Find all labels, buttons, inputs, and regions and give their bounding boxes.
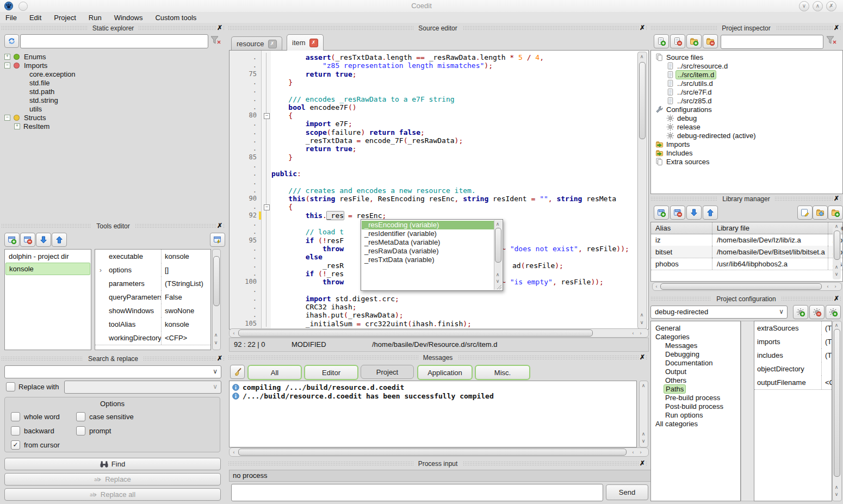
tool-list-item-konsole[interactable]: konsole: [5, 263, 90, 275]
tool-add-button[interactable]: [4, 233, 20, 247]
menu-item-project[interactable]: Project: [54, 14, 76, 22]
inspector-item--src-utils-d[interactable]: ../src/utils.d: [666, 79, 713, 88]
expander-plus-icon[interactable]: +: [14, 123, 20, 129]
checkbox-backward[interactable]: [11, 426, 20, 435]
editor-tab-resource[interactable]: resource✗: [231, 36, 282, 51]
messages-close-icon[interactable]: ✗: [639, 353, 646, 362]
inspector-item-debug-redirected-active-[interactable]: debug-redirected (active): [666, 131, 756, 140]
config-remove-button[interactable]: [809, 305, 825, 319]
inspector-item-extra-sources[interactable]: Extra sources: [655, 157, 709, 166]
add-folder-button[interactable]: [686, 34, 702, 48]
checkbox-whole-word[interactable]: [11, 412, 20, 421]
static-explorer-search-input[interactable]: [20, 34, 208, 48]
code-line[interactable]: assert(_resTxtData.length == _resRawData…: [271, 53, 544, 61]
property-row-extraSources[interactable]: extraSources(TStringList): [754, 321, 832, 335]
fold-collapse-icon[interactable]: −: [264, 204, 270, 210]
code-line[interactable]: _resRad(resFile);: [271, 262, 344, 270]
fold-collapse-icon[interactable]: −: [264, 113, 270, 119]
clear-messages-button[interactable]: [230, 365, 245, 379]
move-down-button[interactable]: [36, 233, 51, 247]
config-category-general[interactable]: General: [655, 323, 680, 332]
library-column-alias[interactable]: Alias: [651, 222, 712, 234]
tree-item-enums[interactable]: +Enums: [4, 52, 46, 61]
code-line[interactable]: bool encodee7F(): [271, 103, 357, 111]
configuration-selector[interactable]: debug-redirected ∨: [650, 306, 788, 319]
expander-minus-icon[interactable]: −: [4, 63, 10, 69]
inspector-item-debug[interactable]: debug: [666, 114, 697, 122]
code-line[interactable]: _initialSum = crc322uint(ihash.finish);: [271, 320, 472, 328]
messages-filter-application[interactable]: Application: [417, 365, 473, 380]
tree-item-std-string[interactable]: std.string: [29, 96, 58, 104]
config-category-categories[interactable]: Categories: [655, 332, 690, 341]
library-row-bitset[interactable]: bitset/home/basile/Dev/Bitset/lib/bitset…: [651, 246, 842, 258]
library-from-project-button[interactable]: [813, 206, 828, 220]
source-editor-close-icon[interactable]: ✗: [639, 24, 646, 32]
code-line[interactable]: }: [271, 78, 293, 86]
messages-filter-misc[interactable]: Misc.: [475, 365, 530, 380]
property-row-executable[interactable]: executablekonsole: [95, 250, 210, 264]
library-manager-close-icon[interactable]: ✗: [833, 195, 840, 203]
inspector-item--src-e7f-d[interactable]: ../src/e7F.d: [666, 88, 712, 96]
config-category-post-build-process[interactable]: Post-build process: [665, 402, 723, 410]
code-line[interactable]: import std.digest.crc;: [271, 295, 399, 303]
library-row-phobos[interactable]: phobos/usr/lib64/libphobos2.a/us: [651, 258, 842, 270]
tree-item-utils[interactable]: utils: [29, 104, 42, 113]
library-add-folder-button[interactable]: [828, 206, 843, 220]
code-line[interactable]: if (!_res: [271, 270, 344, 278]
add-source-button[interactable]: [654, 34, 669, 48]
config-category-messages[interactable]: Messages: [665, 341, 697, 350]
config-grid-scrollbar[interactable]: ∧ ∧∨: [832, 321, 842, 501]
refresh-button[interactable]: [4, 34, 19, 48]
remove-source-button[interactable]: [670, 34, 685, 48]
property-row-toolAlias[interactable]: toolAliaskonsole: [95, 318, 210, 332]
property-row-options[interactable]: ›options[]: [95, 263, 210, 277]
maximize-button[interactable]: ∧: [813, 1, 823, 11]
menu-item-file[interactable]: File: [5, 14, 17, 22]
completion-item-2[interactable]: _resMetaData (variable): [362, 238, 494, 247]
replace-all-button[interactable]: ab Replace all: [4, 488, 221, 501]
tree-item-std-file[interactable]: std.file: [29, 78, 50, 87]
code-line[interactable]: throw~ "does not exist", resFile));: [271, 245, 344, 253]
editor-vscrollbar[interactable]: ∧ ∧∨: [637, 52, 647, 329]
config-category-run-options[interactable]: Run options: [665, 410, 703, 419]
config-category-paths[interactable]: Paths: [665, 384, 684, 393]
code-line[interactable]: this._res = resEnc;: [271, 211, 386, 220]
replace-with-checkbox[interactable]: [6, 382, 15, 391]
inspector-item--src-item-d[interactable]: ../src/item.d: [666, 70, 715, 79]
code-line[interactable]: /// creates and encodes a new resource i…: [271, 186, 476, 195]
code-line[interactable]: {: [271, 203, 293, 211]
property-row-outputFilename[interactable]: outputFilename<C: [754, 376, 832, 390]
completion-scrollbar[interactable]: ∧ ∧∨: [494, 220, 502, 290]
close-button[interactable]: ✗: [826, 1, 836, 11]
completion-item-1[interactable]: _resIdentifier (variable): [362, 229, 494, 238]
property-row-parameters[interactable]: parameters(TStringList): [95, 277, 210, 291]
edit-tool-button[interactable]: [210, 233, 225, 247]
static-explorer-close-icon[interactable]: ✗: [216, 24, 224, 32]
completion-item-3[interactable]: _resRawData (variable): [362, 247, 494, 256]
remove-folder-button[interactable]: [703, 34, 718, 48]
code-line[interactable]: throw~ "is empty", resFile));: [271, 278, 344, 286]
replace-with-combobox[interactable]: ∨: [64, 381, 221, 394]
search-replace-close-icon[interactable]: ✗: [216, 354, 224, 363]
library-edit-button[interactable]: [797, 206, 813, 220]
tools-editor-close-icon[interactable]: ✗: [216, 222, 224, 230]
code-line[interactable]: import e7F;: [271, 120, 352, 128]
inspector-item-source-files[interactable]: Source files: [655, 53, 703, 61]
send-button[interactable]: Send: [606, 484, 648, 500]
code-line[interactable]: // load t: [271, 228, 344, 236]
tool-list-item-dolphin-project-dir[interactable]: dolphin - project dir: [5, 251, 90, 262]
code-line[interactable]: }: [271, 153, 293, 161]
library-move-down-button[interactable]: [686, 206, 702, 220]
tree-item-core-exception[interactable]: core.exception: [29, 70, 76, 78]
property-row-includes[interactable]: includes(TStringList): [754, 349, 832, 363]
config-clone-button[interactable]: [826, 305, 841, 319]
completion-item-0[interactable]: _resEncoding (variable): [362, 221, 494, 229]
property-row-objectDirectory[interactable]: objectDirectory: [754, 362, 832, 376]
messages-filter-project[interactable]: Project: [361, 365, 414, 379]
message-entry[interactable]: /.../build/resource.d.coedit has been su…: [232, 391, 494, 400]
config-category-pre-build-process[interactable]: Pre-build process: [665, 393, 720, 402]
inspector-filter-input[interactable]: [721, 35, 823, 49]
code-line[interactable]: "z85 representation length mismatches");: [271, 61, 493, 70]
code-line[interactable]: CRC32 ihash;: [271, 303, 357, 311]
tool-remove-button[interactable]: [20, 233, 35, 247]
